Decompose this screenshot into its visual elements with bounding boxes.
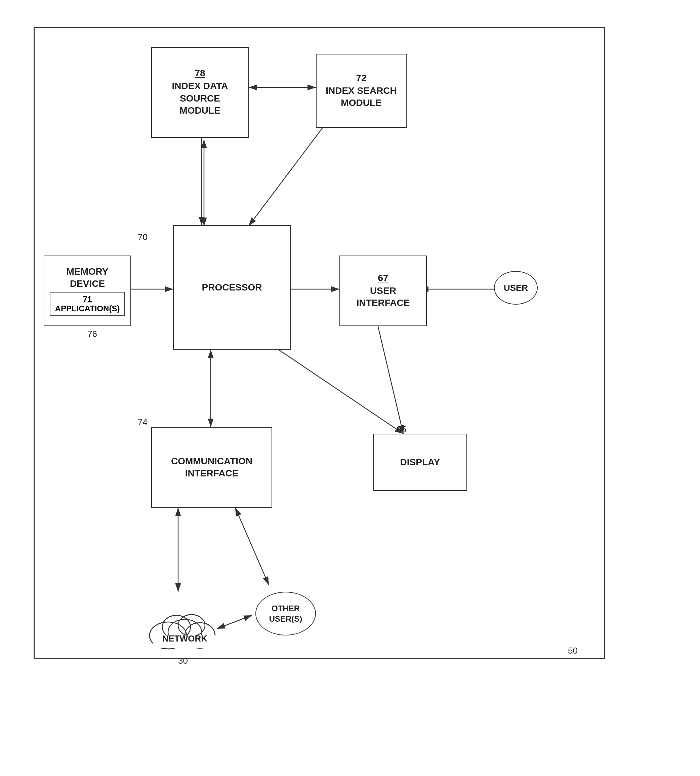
memory-device-box: MEMORYDEVICE 71APPLICATION(S)	[44, 255, 131, 326]
user-interface-box: 67 USERINTERFACE	[339, 255, 427, 326]
network-cloud: NETWORK	[145, 592, 225, 657]
application-inner-box: 71APPLICATION(S)	[50, 292, 125, 316]
index-search-label: INDEX SEARCHMODULE	[326, 85, 397, 109]
other-users-ellipse: OTHERUSER(S)	[255, 592, 316, 636]
other-users-label: OTHERUSER(S)	[269, 603, 302, 624]
processor-label: PROCESSOR	[202, 281, 262, 294]
index-data-source-number: 78	[195, 68, 205, 78]
svg-text:NETWORK: NETWORK	[162, 633, 208, 644]
display-box: DISPLAY	[373, 434, 467, 491]
user-label: USER	[504, 283, 528, 293]
ref-76: 76	[87, 329, 97, 339]
ref-70: 70	[138, 232, 148, 242]
index-data-source-box: 78 INDEX DATASOURCEMODULE	[151, 47, 249, 138]
index-search-box: 72 INDEX SEARCHMODULE	[316, 54, 407, 128]
user-interface-label: USERINTERFACE	[357, 285, 410, 309]
user-interface-number: 67	[378, 273, 388, 284]
ref-74: 74	[138, 417, 148, 427]
comm-interface-label: COMMUNICATIONINTERFACE	[171, 455, 252, 480]
memory-device-label: MEMORYDEVICE	[67, 265, 108, 290]
processor-box: PROCESSOR	[173, 225, 291, 350]
ref-50: 50	[568, 646, 578, 656]
index-search-number: 72	[356, 73, 366, 83]
diagram-container: 78 INDEX DATASOURCEMODULE 72 INDEX SEARC…	[33, 27, 667, 750]
svg-point-25	[179, 615, 204, 636]
comm-interface-box: COMMUNICATIONINTERFACE	[151, 427, 272, 508]
user-ellipse: USER	[494, 271, 538, 305]
ref-30: 30	[178, 656, 188, 666]
display-label: DISPLAY	[400, 456, 440, 468]
application-label: 71APPLICATION(S)	[55, 295, 120, 313]
ref-85: 85	[397, 424, 406, 435]
index-data-source-label: INDEX DATASOURCEMODULE	[172, 80, 228, 117]
